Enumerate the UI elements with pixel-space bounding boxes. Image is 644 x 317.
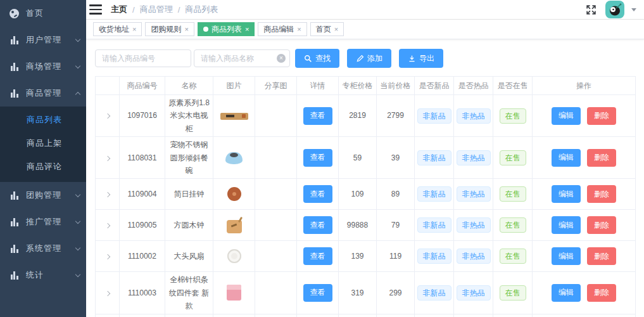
not-hot-badge[interactable]: 非热品 (457, 217, 491, 233)
edit-button[interactable]: 编辑 (552, 284, 581, 302)
edit-button[interactable]: 编辑 (552, 185, 581, 203)
add-button[interactable]: 添加 (347, 49, 391, 68)
is-new-cell: 非新品 (415, 179, 454, 210)
close-icon[interactable]: × (184, 26, 188, 33)
is-new-cell: 非新品 (415, 137, 454, 179)
expand-row-icon[interactable] (104, 290, 110, 295)
view-button[interactable]: 查看 (303, 284, 332, 302)
delete-button[interactable]: 删除 (587, 284, 616, 302)
expand-row-icon[interactable] (104, 254, 110, 259)
find-button[interactable]: 查找 (295, 49, 339, 68)
tab-shipping-address[interactable]: 收货地址 × (93, 22, 142, 36)
not-new-badge[interactable]: 非新品 (417, 186, 451, 202)
not-hot-badge[interactable]: 非热品 (457, 186, 491, 202)
sidebar-item-product-management[interactable]: 商品管理 (0, 80, 86, 107)
expand-row-icon[interactable] (104, 155, 110, 160)
delete-button[interactable]: 删除 (587, 247, 616, 265)
not-new-badge[interactable]: 非新品 (417, 217, 451, 233)
on-sale-badge[interactable]: 在售 (500, 186, 526, 202)
detail-cell: 查看 (297, 95, 339, 137)
is-hot-cell: 非热品 (454, 314, 493, 317)
product-image-cell (213, 179, 255, 210)
sidebar-item-mall-management[interactable]: 商场管理 (0, 53, 86, 80)
sidebar-item-label: 首页 (26, 8, 80, 19)
breadcrumb-home[interactable]: 主页 (111, 4, 127, 15)
detail-cell: 查看 (297, 179, 339, 210)
tab-groupon-rules[interactable]: 团购规则 × (145, 22, 194, 36)
product-id-input[interactable] (95, 49, 191, 67)
view-button[interactable]: 查看 (303, 107, 332, 125)
expand-row-icon[interactable] (104, 113, 110, 119)
sidebar-item-user-management[interactable]: 用户管理 (0, 27, 86, 53)
close-icon[interactable]: × (245, 26, 249, 33)
not-hot-badge[interactable]: 非热品 (457, 285, 491, 301)
export-button[interactable]: 导出 (399, 49, 443, 68)
on-sale-badge[interactable]: 在售 (500, 249, 526, 264)
close-icon[interactable]: × (132, 26, 136, 33)
product-id-cell: 1110004 (120, 314, 165, 317)
view-button[interactable]: 查看 (303, 149, 332, 167)
breadcrumb-item[interactable]: 商品管理 (140, 4, 173, 15)
product-name-cell: 全棉针织纯色四件套 (165, 314, 213, 317)
counter-price-cell: 319 (339, 272, 377, 314)
on-sale-badge[interactable]: 在售 (500, 285, 526, 301)
product-name-input[interactable] (194, 49, 290, 67)
on-sale-cell: 在售 (493, 179, 533, 210)
sidebar-item-product-listing[interactable]: 商品上架 (0, 131, 86, 155)
on-sale-badge[interactable]: 在售 (500, 217, 526, 233)
sidebar-item-product-comments[interactable]: 商品评论 (0, 155, 86, 178)
edit-button[interactable]: 编辑 (552, 149, 581, 167)
edit-button[interactable]: 编辑 (552, 107, 581, 125)
close-icon[interactable]: × (297, 26, 301, 33)
sidebar-subitem-label: 商品列表 (27, 114, 62, 126)
bar-chart-icon (9, 271, 19, 280)
main-area: 主页 / 商品管理 / 商品列表 收货地址 × (86, 0, 644, 317)
sidebar-item-system-management[interactable]: 系统管理 (0, 235, 86, 262)
delete-button[interactable]: 删除 (587, 107, 616, 125)
is-new-cell: 非新品 (415, 95, 454, 137)
not-new-badge[interactable]: 非新品 (417, 285, 451, 301)
sidebar-item-label: 团购管理 (26, 190, 76, 201)
on-sale-badge[interactable]: 在售 (500, 150, 526, 165)
not-hot-badge[interactable]: 非热品 (457, 150, 491, 165)
table-header-row: 商品编号名称图片分享图详情专柜价格当前价格是否新品是否热品是否在售操作 (96, 77, 636, 95)
chevron-down-icon (75, 63, 80, 68)
find-button-label: 查找 (315, 53, 331, 64)
view-button[interactable]: 查看 (303, 247, 332, 265)
fullscreen-icon[interactable] (586, 4, 597, 15)
pet-bowl-image (225, 152, 243, 164)
delete-button[interactable]: 删除 (587, 149, 616, 167)
expand-row-icon[interactable] (104, 223, 110, 228)
product-name-cell: 宠物不锈钢圆形倾斜餐碗 (165, 137, 213, 179)
edit-button[interactable]: 编辑 (552, 216, 581, 234)
product-image-cell (213, 210, 255, 241)
not-new-badge[interactable]: 非新品 (417, 108, 451, 124)
expand-row-icon[interactable] (104, 192, 110, 197)
not-new-badge[interactable]: 非新品 (417, 150, 451, 165)
sidebar-item-product-list[interactable]: 商品列表 (0, 108, 86, 131)
sidebar-item-home[interactable]: 首页 (0, 0, 86, 27)
tab-product-list[interactable]: 商品列表 × (198, 22, 255, 36)
on-sale-badge[interactable]: 在售 (500, 108, 526, 124)
not-hot-badge[interactable]: 非热品 (457, 249, 491, 264)
expand-cell (96, 95, 120, 137)
delete-button[interactable]: 删除 (587, 185, 616, 203)
view-button[interactable]: 查看 (303, 216, 332, 234)
not-hot-badge[interactable]: 非热品 (457, 108, 491, 124)
avatar[interactable] (605, 1, 624, 18)
view-button[interactable]: 查看 (303, 185, 332, 203)
sidebar-item-statistics[interactable]: 统计 (0, 262, 86, 288)
tab-product-edit[interactable]: 商品编辑 × (258, 22, 306, 36)
bar-chart-icon (9, 217, 19, 226)
clear-input-icon[interactable]: × (277, 54, 286, 63)
counter-price-cell: 319 (339, 314, 377, 317)
hamburger-menu-icon[interactable] (89, 4, 102, 15)
close-icon[interactable]: × (334, 26, 338, 33)
edit-button[interactable]: 编辑 (552, 247, 581, 265)
sidebar-item-groupon-management[interactable]: 团购管理 (0, 182, 86, 209)
not-new-badge[interactable]: 非新品 (417, 249, 451, 264)
delete-button[interactable]: 删除 (587, 216, 616, 234)
tab-home[interactable]: 首页 × (310, 22, 344, 36)
sidebar-item-promotion-management[interactable]: 推广管理 (0, 209, 86, 235)
caret-down-icon[interactable] (631, 8, 636, 11)
